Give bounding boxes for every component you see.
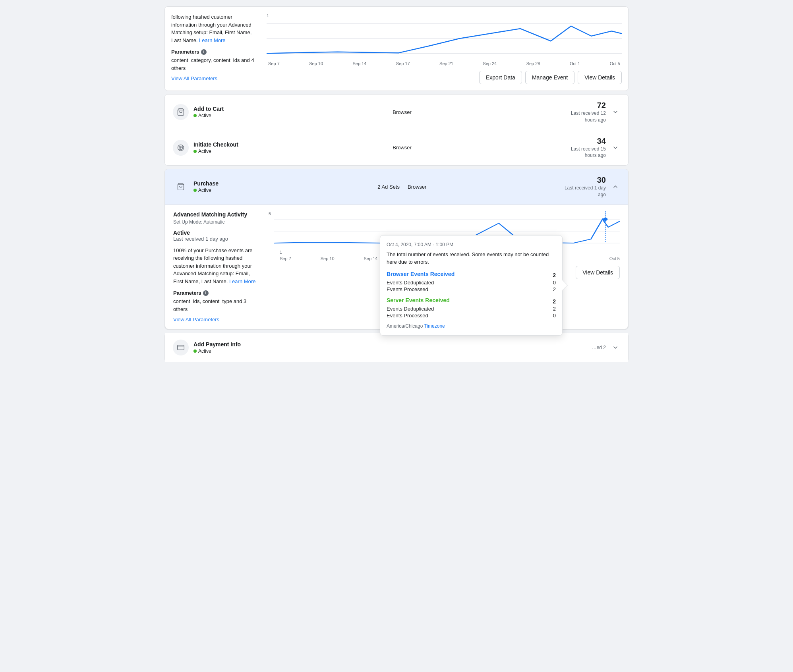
purchase-view-all-link[interactable]: View All Parameters bbox=[173, 317, 219, 322]
purchase-chevron[interactable] bbox=[611, 182, 620, 191]
events-list-card: Add to Cart Active Browser 72 Last recei… bbox=[164, 94, 629, 166]
add-payment-info-chevron[interactable] bbox=[611, 343, 620, 352]
purchase-status: Active bbox=[193, 187, 265, 193]
chart-tooltip: Oct 4, 2020, 7:00 AM - 1:00 PM The total… bbox=[380, 235, 563, 336]
initiate-checkout-last-received: Last received 15hours ago bbox=[539, 146, 606, 159]
left-panel: following hashed customer information th… bbox=[171, 13, 259, 84]
add-to-cart-meta: Browser bbox=[265, 109, 539, 115]
purchase-expanded-inner: Advanced Matching Activity Set Up Mode: … bbox=[173, 211, 620, 323]
purchase-description: 100% of your Purchase events are receivi… bbox=[173, 247, 261, 286]
purchase-info: Purchase Active bbox=[193, 180, 265, 193]
bag-icon bbox=[177, 183, 185, 191]
tooltip-description: The total number of events received. Som… bbox=[387, 251, 556, 266]
add-payment-info-status-dot bbox=[193, 350, 197, 353]
purchase-ad-sets: 2 Ad Sets bbox=[377, 184, 400, 190]
manage-event-button[interactable]: Manage Event bbox=[525, 71, 574, 84]
browser-dedup-row: Events Deduplicated 0 bbox=[387, 280, 556, 286]
purchase-expanded-right: 5 bbox=[269, 211, 620, 323]
browser-events-section: Browser Events Received 2 Events Dedupli… bbox=[387, 271, 556, 292]
purchase-view-details-button[interactable]: View Details bbox=[576, 266, 620, 279]
add-payment-info-info: Add Payment Info Active bbox=[193, 341, 265, 354]
add-payment-info-stats: …ed 2 bbox=[539, 344, 611, 351]
purchase-header-row[interactable]: Purchase Active 2 Ad Sets Browser 30 Las… bbox=[165, 169, 628, 205]
server-events-section: Server Events Received 2 Events Deduplic… bbox=[387, 297, 556, 319]
add-payment-info-icon-wrap bbox=[173, 340, 189, 355]
chevron-down-icon bbox=[612, 109, 619, 115]
purchase-stats: 30 Last received 1 dayago bbox=[539, 176, 611, 198]
add-to-cart-row[interactable]: Add to Cart Active Browser 72 Last recei… bbox=[165, 95, 628, 130]
initiate-checkout-chevron[interactable] bbox=[611, 143, 620, 153]
params-label: Parameters i bbox=[171, 49, 259, 55]
view-all-params-link[interactable]: View All Parameters bbox=[171, 75, 217, 81]
params-info-icon[interactable]: i bbox=[201, 49, 207, 55]
add-payment-info-last-received: …ed 2 bbox=[539, 344, 606, 351]
purchase-last-received: Last received 1 dayago bbox=[539, 185, 606, 198]
purchase-learn-more-link[interactable]: Learn More bbox=[229, 278, 255, 284]
add-to-cart-count: 72 bbox=[539, 101, 606, 110]
tooltip-timezone: America/Chicago Timezone bbox=[387, 323, 556, 329]
chevron-down-icon bbox=[612, 145, 619, 151]
checkout-icon bbox=[177, 144, 185, 152]
purchase-params-info-icon[interactable]: i bbox=[203, 290, 209, 296]
params-section: Parameters i content_category, content_i… bbox=[171, 49, 259, 81]
add-to-cart-icon-wrap bbox=[173, 104, 189, 120]
add-to-cart-name: Add to Cart bbox=[193, 106, 265, 112]
top-chart-area: 1 bbox=[267, 13, 622, 66]
top-description: following hashed customer information th… bbox=[171, 13, 259, 44]
add-to-cart-source: Browser bbox=[393, 109, 412, 115]
activity-last-received: Last received 1 day ago bbox=[173, 236, 261, 242]
browser-events-total: 2 bbox=[553, 272, 556, 278]
add-to-cart-status-dot bbox=[193, 114, 197, 117]
initiate-checkout-stats: 34 Last received 15hours ago bbox=[539, 137, 611, 159]
top-chart-x-labels: Sep 7 Sep 10 Sep 14 Sep 17 Sep 21 Sep 24… bbox=[267, 61, 622, 66]
add-to-cart-chevron[interactable] bbox=[611, 107, 620, 117]
activity-status-value: Active bbox=[173, 230, 261, 236]
purchase-params-value: content_ids, content_type and 3 others bbox=[173, 297, 261, 313]
top-learn-more-link[interactable]: Learn More bbox=[199, 37, 225, 43]
browser-processed-row: Events Processed 2 bbox=[387, 286, 556, 292]
export-data-button[interactable]: Export Data bbox=[479, 71, 522, 84]
svg-rect-11 bbox=[178, 345, 184, 350]
purchase-count: 30 bbox=[539, 176, 606, 185]
add-to-cart-info: Add to Cart Active bbox=[193, 106, 265, 118]
add-to-cart-stats: 72 Last received 12hours ago bbox=[539, 101, 611, 124]
top-chart-svg bbox=[267, 19, 622, 58]
activity-status: Active Last received 1 day ago bbox=[173, 230, 261, 242]
server-events-total: 2 bbox=[553, 298, 556, 305]
purchase-status-dot bbox=[193, 189, 197, 192]
server-dedup-row: Events Deduplicated 2 bbox=[387, 306, 556, 312]
add-to-cart-status: Active bbox=[193, 113, 265, 118]
add-to-cart-last-received: Last received 12hours ago bbox=[539, 110, 606, 124]
card-icon bbox=[177, 344, 185, 351]
add-payment-info-row[interactable]: Add Payment Info Active …ed 2 bbox=[165, 333, 628, 362]
add-payment-info-name: Add Payment Info bbox=[193, 341, 265, 348]
purchase-source: Browser bbox=[408, 184, 427, 190]
chevron-down-icon bbox=[612, 344, 619, 351]
initiate-checkout-name: Initiate Checkout bbox=[193, 141, 265, 148]
params-value: content_category, content_ids and 4 othe… bbox=[171, 56, 259, 72]
tooltip-arrow bbox=[557, 280, 568, 291]
browser-events-title: Browser Events Received bbox=[387, 271, 455, 277]
server-events-title: Server Events Received bbox=[387, 297, 450, 303]
action-buttons: Export Data Manage Event View Details bbox=[267, 71, 622, 84]
tooltip-time-range: Oct 4, 2020, 7:00 AM - 1:00 PM bbox=[387, 242, 556, 247]
chevron-up-icon bbox=[612, 183, 619, 190]
tooltip-dot bbox=[603, 218, 608, 221]
mode-label: Set Up Mode: Automatic bbox=[173, 219, 261, 225]
purchase-params-label: Parameters i bbox=[173, 290, 261, 296]
purchase-expanded-left: Advanced Matching Activity Set Up Mode: … bbox=[173, 211, 261, 323]
initiate-checkout-info: Initiate Checkout Active bbox=[193, 141, 265, 154]
initiate-checkout-row[interactable]: Initiate Checkout Active Browser 34 Last… bbox=[165, 130, 628, 166]
add-payment-info-status: Active bbox=[193, 348, 265, 354]
initiate-checkout-icon-wrap bbox=[173, 140, 189, 156]
view-details-button[interactable]: View Details bbox=[578, 71, 622, 84]
top-card: following hashed customer information th… bbox=[164, 6, 629, 91]
purchase-expanded-wrap: Purchase Active 2 Ad Sets Browser 30 Las… bbox=[164, 169, 629, 330]
initiate-checkout-status-dot bbox=[193, 150, 197, 153]
purchase-icon-wrap bbox=[173, 179, 189, 195]
initiate-checkout-count: 34 bbox=[539, 137, 606, 146]
purchase-name: Purchase bbox=[193, 180, 265, 187]
purchase-meta: 2 Ad Sets Browser bbox=[265, 184, 539, 190]
initiate-checkout-source: Browser bbox=[393, 145, 412, 151]
right-panel: 1 bbox=[267, 13, 622, 84]
